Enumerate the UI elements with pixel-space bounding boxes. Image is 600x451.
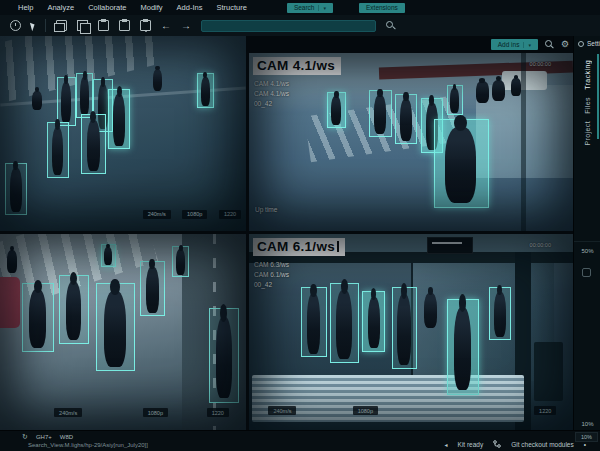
windows-icon[interactable] [56, 20, 67, 31]
status-zoom-box[interactable]: 10% [575, 432, 598, 442]
vignette [249, 53, 573, 231]
status-right-group: ◂ Kit ready Git checkout modules • [445, 440, 586, 448]
forward-arrow-icon[interactable]: → [181, 21, 191, 31]
chevron-down-icon: ▾ [523, 42, 531, 48]
toolbar-search-input[interactable] [201, 20, 376, 32]
git-branch-icon [493, 440, 501, 448]
panel-icon[interactable] [582, 268, 591, 277]
zoom-level-bottom[interactable]: 10% [574, 421, 600, 427]
status-badge: GH7+ [36, 434, 52, 440]
chevron-down-icon: ▾ [318, 5, 326, 11]
history-icon[interactable] [10, 20, 21, 31]
git-checkout-label[interactable]: Git checkout modules [511, 441, 574, 448]
kit-ready-label[interactable]: Kit ready [458, 441, 484, 448]
app-window: HelpAnalyzeCollaborateModifyAdd-InsStruc… [0, 0, 600, 451]
add-ins-button[interactable]: Add ins ▾ [491, 39, 538, 50]
camera-feed-top-right[interactable]: CAM 4.1/ws CAM 4.1/wsCAM 4.1/ws00_42 00:… [249, 53, 573, 231]
paste-special-icon[interactable] [140, 20, 151, 31]
sidebar-tab-tracking[interactable]: Tracking [584, 60, 591, 90]
pin-icon [578, 41, 584, 47]
copy-icon[interactable] [77, 20, 88, 31]
sidebar-tab-project[interactable]: Project [584, 121, 591, 146]
search-menu-label: Search [294, 4, 315, 11]
status-left-group: ↻ GH7+W8D [22, 433, 73, 441]
right-sidebar: Settings TrackingFilesProject 50% 10% [573, 36, 600, 430]
menu-bar: HelpAnalyzeCollaborateModifyAdd-InsStruc… [0, 0, 600, 15]
vignette [249, 234, 573, 430]
menu-item-addins[interactable]: Add-Ins [177, 3, 203, 12]
extensions-label: Extensions [366, 4, 398, 11]
sidebar-tab-files[interactable]: Files [584, 97, 591, 114]
sidebar-scrollbar[interactable] [597, 54, 599, 139]
select-cursor-icon[interactable] [30, 22, 36, 32]
camera-feed-top-left[interactable]: 240m/s1080p1220 [0, 36, 246, 231]
status-path: Search_View.M.lighs/hp-29/Asiy[run_July2… [28, 442, 148, 448]
toolbar: ← → [0, 15, 600, 36]
sidebar-divider [574, 241, 600, 242]
back-arrow-icon[interactable]: ← [161, 21, 171, 31]
zoom-level-top[interactable]: 50% [574, 248, 600, 254]
kit-ready-icon: ◂ [445, 441, 448, 448]
camera-feed-bottom-left[interactable]: 240m/s1080p1220 [0, 234, 246, 430]
camera-grid-header: Add ins ▾ ⚙ [249, 36, 573, 53]
gear-icon[interactable]: ⚙ [561, 40, 569, 49]
menu-item-analyze[interactable]: Analyze [47, 3, 74, 12]
sidebar-header-label: Settings [587, 40, 600, 47]
extensions-button[interactable]: Extensions [359, 3, 405, 13]
search-icon[interactable] [386, 21, 395, 30]
menu-item-modify[interactable]: Modify [140, 3, 162, 12]
menu-item-structure[interactable]: Structure [216, 3, 246, 12]
search-menu-button[interactable]: Search ▾ [287, 3, 333, 13]
sidebar-header[interactable]: Settings [574, 36, 600, 53]
paste-icon[interactable] [98, 20, 109, 31]
paste-alt-icon[interactable] [119, 20, 130, 31]
vignette [0, 36, 246, 231]
toolbar-divider [45, 19, 46, 32]
search-icon[interactable] [545, 40, 554, 49]
status-bar: ↻ GH7+W8D Search_View.M.lighs/hp-29/Asiy… [0, 430, 600, 451]
add-ins-label: Add ins [498, 41, 520, 48]
status-badge: W8D [60, 434, 73, 440]
status-badges: GH7+W8D [36, 434, 73, 440]
menu-item-help[interactable]: Help [18, 3, 33, 12]
menu-items: HelpAnalyzeCollaborateModifyAdd-InsStruc… [18, 3, 247, 12]
camera-feed-bottom-right[interactable]: 240m/s1080p1220 CAM 6.1/ws CAM 6.3/wsCAM… [249, 234, 573, 430]
refresh-icon[interactable]: ↻ [22, 433, 28, 441]
vignette [0, 234, 246, 430]
menu-item-collaborate[interactable]: Collaborate [88, 3, 126, 12]
